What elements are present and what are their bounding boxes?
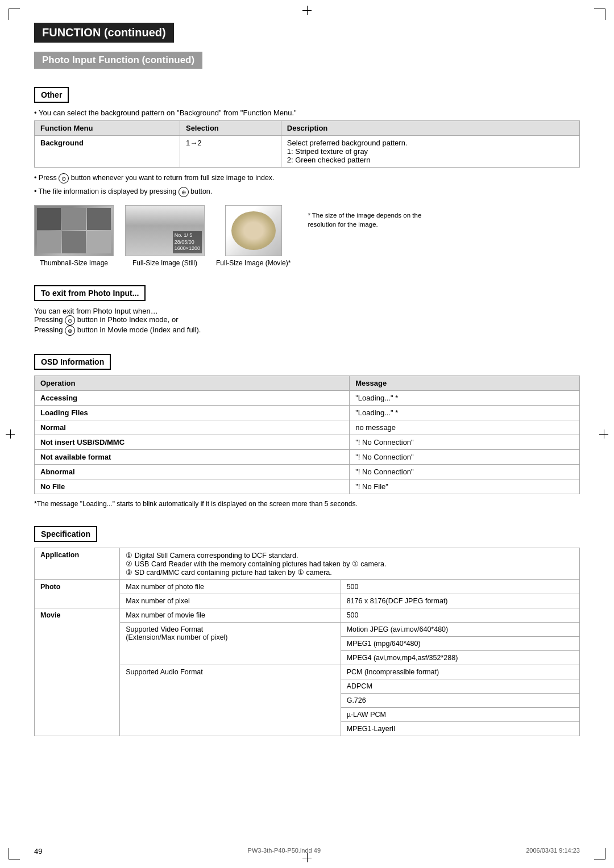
table-row: Loading Files "Loading..." * [35,406,580,420]
exit-line3: Pressing ⊕ button in Movie mode (Index a… [34,326,580,336]
thumbnail-image [34,205,114,256]
image-note: * The size of the image depends on the r… [308,211,433,229]
selection-cell: 1→2 [180,136,281,168]
footer-right: 2006/03/31 9:14:23 [526,847,580,856]
corner-tl [9,9,20,20]
osd-footnote: *The message "Loading..." starts to blin… [34,500,580,508]
other-bullet: You can select the background pattern on… [34,108,580,117]
table-row: Normal no message [35,420,580,435]
main-heading: FUNCTION (continued) [34,23,174,43]
exit-line2: Pressing ⊙ button in Photo Index mode, o… [34,315,580,326]
fullsize-movie-image [225,205,282,256]
osd-msg-no-usb: "! No Connection" [350,435,580,450]
footer-left: PW3-3th-P40-P50.indd 49 [248,847,321,856]
spec-video-format-val2: MPEG1 (mpg/640*480) [341,637,579,651]
col-header-description: Description [281,121,579,136]
thumbnail-image-box: Thumbnail-Size Image [34,205,114,267]
table-row: No File "! No File" [35,479,580,494]
osd-op-abnormal: Abnormal [35,465,350,479]
note1: • Press ⊙ button whenever you want to re… [34,173,580,183]
osd-msg-accessing: "Loading..." * [350,391,580,406]
spec-audio-format-val5: MPEG1-LayerII [341,722,579,736]
spec-audio-format-val1: PCM (Incompressible format) [341,665,579,679]
spec-photo-max-files-value: 500 [341,580,579,594]
osd-op-no-format: Not available format [35,450,350,465]
col-header-menu: Function Menu [35,121,180,136]
cross-right [599,429,608,439]
spec-movie-max-files-label: Max number of movie file [120,608,341,623]
spec-photo-label: Photo [35,580,120,608]
osd-msg-loading: "Loading..." * [350,406,580,420]
osd-msg-no-format: "! No Connection" [350,450,580,465]
table-row: Abnormal "! No Connection" [35,465,580,479]
function-menu-table: Function Menu Selection Description Back… [34,120,580,168]
footer: 49 PW3-3th-P40-P50.indd 49 2006/03/31 9:… [0,847,614,856]
table-row: Background 1→2 Select preferred backgrou… [35,136,580,168]
table-row: Not insert USB/SD/MMC "! No Connection" [35,435,580,450]
osd-heading: OSD Information [34,354,111,370]
menu-cell: Background [35,136,180,168]
spec-video-format-val3: MPEG4 (avi,mov,mp4,asf/352*288) [341,651,579,665]
fullsize-still-caption: Full-Size Image (Still) [132,259,197,267]
spec-audio-format-label: Supported Audio Format [120,665,341,736]
fullsize-movie-box: Full-Size Image (Movie)* [216,205,291,267]
thumbnail-caption: Thumbnail-Size Image [40,259,108,267]
other-section: Other You can select the background patt… [34,79,580,267]
to-exit-heading: To exit from Photo Input... [34,285,146,301]
osd-msg-abnormal: "! No Connection" [350,465,580,479]
spec-movie-row1: Movie Max number of movie file 500 [35,608,580,623]
corner-tr [594,9,605,20]
spec-video-format-label: Supported Video Format(Extension/Max num… [120,623,341,665]
spec-photo-max-pixel-value: 8176 x 8176(DCF JPEG format) [341,594,579,608]
other-heading: Other [34,87,69,103]
osd-op-normal: Normal [35,420,350,435]
spec-application-row: Application ① Digital Still Camera corre… [35,548,580,580]
spec-section: Specification Application ① Digital Stil… [34,518,580,736]
spec-application-value: ① Digital Still Camera corresponding to … [120,548,580,580]
osd-op-accessing: Accessing [35,391,350,406]
image-overlay-text: No. 1/ 528/05/001600×1200 [173,231,202,253]
spec-movie-max-files-value: 500 [341,608,579,623]
osd-msg-normal: no message [350,420,580,435]
spec-audio-format-val4: µ-LAW PCM [341,708,579,722]
spec-movie-label: Movie [35,608,120,736]
fullsize-movie-caption: Full-Size Image (Movie)* [216,259,291,267]
spec-application-label: Application [35,548,120,580]
cross-top [302,6,312,15]
cross-left [6,429,15,439]
osd-op-no-file: No File [35,479,350,494]
fullsize-still-image: No. 1/ 528/05/001600×1200 [125,205,205,256]
osd-op-no-usb: Not insert USB/SD/MMC [35,435,350,450]
osd-table: Operation Message Accessing "Loading..."… [34,375,580,494]
spec-heading: Specification [34,526,97,542]
osd-section: OSD Information Operation Message Access… [34,346,580,508]
osd-msg-no-file: "! No File" [350,479,580,494]
spec-audio-format-val2: ADPCM [341,679,579,694]
table-row: Not available format "! No Connection" [35,450,580,465]
table-row: Accessing "Loading..." * [35,391,580,406]
fullsize-still-box: No. 1/ 528/05/001600×1200 Full-Size Imag… [125,205,205,267]
page-number: 49 [34,847,42,856]
osd-op-loading: Loading Files [35,406,350,420]
spec-table: Application ① Digital Still Camera corre… [34,548,580,736]
col-header-selection: Selection [180,121,281,136]
spec-video-format-val1: Motion JPEG (avi.mov/640*480) [341,623,579,637]
note2: • The file information is displayed by p… [34,187,580,197]
description-cell: Select preferred background pattern.1: S… [281,136,579,168]
spec-photo-row1: Photo Max number of photo file 500 [35,580,580,594]
to-exit-section: To exit from Photo Input... You can exit… [34,277,580,336]
osd-col-message: Message [350,376,580,391]
images-row: Thumbnail-Size Image No. 1/ 528/05/00160… [34,205,580,267]
exit-line1: You can exit from Photo Input when… [34,307,580,315]
sub-heading: Photo Input Function (continued) [34,52,202,69]
spec-photo-max-files-label: Max number of photo file [120,580,341,594]
spec-audio-format-val3: G.726 [341,694,579,708]
osd-col-operation: Operation [35,376,350,391]
spec-photo-max-pixel-label: Max number of pixel [120,594,341,608]
